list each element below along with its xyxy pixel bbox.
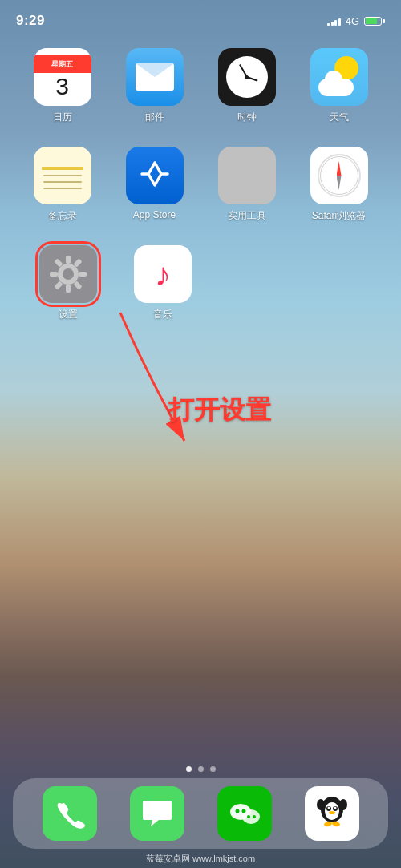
app-row-1: 星期五 3 日历 邮件 时钟 天气 [16, 48, 385, 124]
calendar-icon: 星期五 3 [34, 48, 91, 106]
weather-icon [310, 48, 368, 106]
svg-point-14 [241, 809, 245, 813]
music-icon: ♪ [134, 245, 192, 303]
page-dot-1 [186, 766, 192, 772]
app-mail-label: 邮件 [145, 111, 164, 124]
network-label: 4G [346, 15, 359, 27]
app-weather-label: 天气 [330, 111, 349, 124]
svg-point-16 [253, 815, 256, 818]
svg-point-15 [247, 815, 250, 818]
app-mail[interactable]: 邮件 [119, 48, 191, 124]
app-clock[interactable]: 时钟 [211, 48, 283, 124]
app-safari-label: Safari浏览器 [312, 209, 366, 223]
utilities-icon [218, 147, 276, 204]
svg-point-1 [63, 268, 74, 280]
svg-rect-3 [66, 285, 71, 293]
dock-app-messages[interactable] [130, 786, 184, 841]
dock [13, 778, 388, 849]
status-bar: 9:29 4G [0, 0, 401, 35]
app-utilities[interactable]: 实用工具 [211, 147, 283, 223]
svg-point-25 [339, 799, 347, 810]
annotation-text: 打开设置 [168, 393, 271, 428]
appstore-icon [126, 147, 184, 204]
page-dot-3 [210, 766, 216, 772]
notes-icon [34, 147, 91, 204]
safari-icon [310, 147, 368, 204]
app-row-2: 备忘录 App Store 实用工具 [16, 147, 385, 223]
svg-point-23 [329, 811, 335, 814]
svg-point-13 [235, 809, 239, 813]
app-utilities-label: 实用工具 [228, 209, 266, 223]
annotation-arrow [48, 305, 225, 465]
page-dots [0, 766, 401, 772]
app-appstore[interactable]: App Store [119, 147, 191, 223]
svg-rect-4 [50, 272, 58, 277]
app-calendar-label: 日历 [53, 111, 72, 124]
watermark: 蓝莓安卓网 www.lmkjst.com [0, 853, 401, 865]
svg-point-24 [317, 799, 325, 810]
app-grid: 星期五 3 日历 邮件 时钟 天气 [0, 48, 401, 344]
battery-icon [364, 17, 385, 26]
app-safari[interactable]: Safari浏览器 [303, 147, 375, 223]
app-weather[interactable]: 天气 [303, 48, 375, 124]
svg-point-21 [327, 807, 330, 809]
app-appstore-label: App Store [133, 209, 176, 220]
status-icons: 4G [327, 15, 385, 27]
app-notes[interactable]: 备忘录 [26, 147, 99, 223]
page-dot-2 [198, 766, 204, 772]
dock-app-wechat[interactable] [217, 786, 272, 841]
signal-icon [327, 16, 341, 26]
app-clock-label: 时钟 [237, 111, 257, 124]
settings-icon [39, 245, 97, 303]
app-calendar[interactable]: 星期五 3 日历 [26, 48, 99, 124]
app-notes-label: 备忘录 [48, 209, 77, 223]
status-time: 9:29 [16, 13, 45, 29]
dock-app-phone[interactable] [43, 786, 97, 841]
dock-app-qq[interactable] [305, 786, 359, 841]
mail-icon [126, 48, 184, 106]
svg-rect-5 [79, 272, 87, 277]
svg-point-22 [334, 807, 336, 809]
svg-rect-2 [66, 256, 71, 264]
clock-icon [218, 48, 276, 106]
